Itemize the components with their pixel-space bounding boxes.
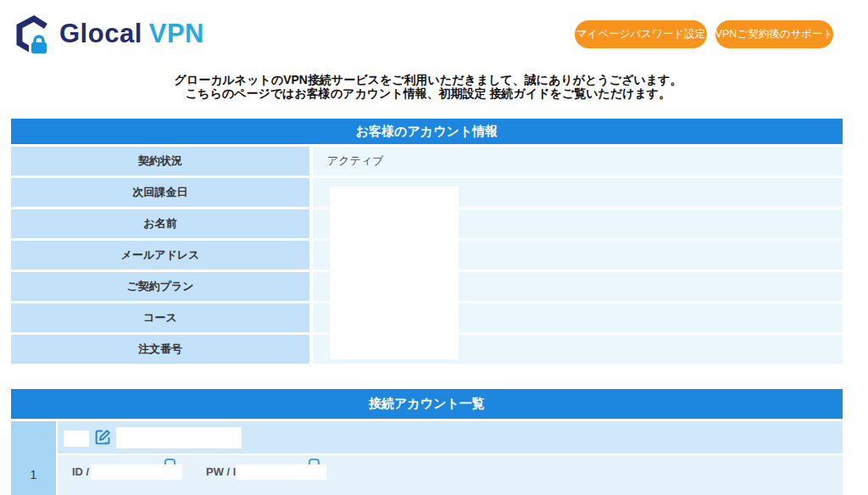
row-label: 注文番号 <box>11 335 309 364</box>
connection-accounts-table: 接続アカウント一覧 1 ID / <box>11 389 843 495</box>
edit-icon[interactable] <box>94 428 112 446</box>
row-label: お名前 <box>11 209 309 238</box>
glocal-vpn-mypage: Glocal VPN マイページパスワード設定 VPNご契約後のサポート グロー… <box>0 0 868 495</box>
redaction-box <box>236 464 326 480</box>
table-row: 契約状況 アクティブ <box>11 147 843 175</box>
connection-account-body: ID / PW / l <box>58 421 843 495</box>
account-name-subrow <box>58 421 843 453</box>
glocal-vpn-logo[interactable]: Glocal VPN <box>12 14 204 54</box>
pw-label: PW / l <box>206 465 236 478</box>
credentials-subrow: ID / PW / l <box>58 455 843 495</box>
intro-line-1: グローカルネットのVPN接続サービスをご利用いただきまして、誠にありがとうござい… <box>0 73 856 86</box>
redaction-overlay <box>330 186 459 359</box>
redaction-box <box>91 464 182 480</box>
post-contract-support-button[interactable]: VPNご契約後のサポート <box>715 20 833 48</box>
row-label: メールアドレス <box>11 241 309 270</box>
id-value-redacted <box>91 464 182 480</box>
intro-text: グローカルネットのVPN接続サービスをご利用いただきまして、誠にありがとうござい… <box>0 73 856 100</box>
connection-accounts-table-title: 接続アカウント一覧 <box>11 389 843 419</box>
row-label: ご契約プラン <box>11 272 309 301</box>
row-label: 契約状況 <box>11 147 309 175</box>
redaction-box <box>64 431 89 447</box>
redaction-box <box>116 427 242 448</box>
logo-text-primary: Glocal <box>59 19 142 49</box>
connection-account-row: 1 ID / <box>11 421 843 495</box>
mypage-password-settings-button[interactable]: マイページパスワード設定 <box>575 20 707 48</box>
logo-wordmark: Glocal VPN <box>59 19 204 49</box>
pw-value-redacted <box>236 464 326 480</box>
row-number-cell: 1 <box>11 421 56 495</box>
intro-line-2: こちらのページではお客様のアカウント情報、初期設定 接続ガイドをご覧いただけます… <box>0 86 856 100</box>
account-info-table-title: お客様のアカウント情報 <box>11 119 843 144</box>
row-value: アクティブ <box>313 147 843 175</box>
row-label: コース <box>11 303 309 332</box>
id-label: ID / <box>72 465 92 478</box>
hexagon-lock-icon <box>12 14 53 54</box>
logo-text-secondary: VPN <box>149 19 204 49</box>
row-label: 次回課金日 <box>11 178 309 207</box>
account-info-table: お客様のアカウント情報 契約状況 アクティブ 次回課金日 お名前 メールアドレス… <box>11 119 843 366</box>
